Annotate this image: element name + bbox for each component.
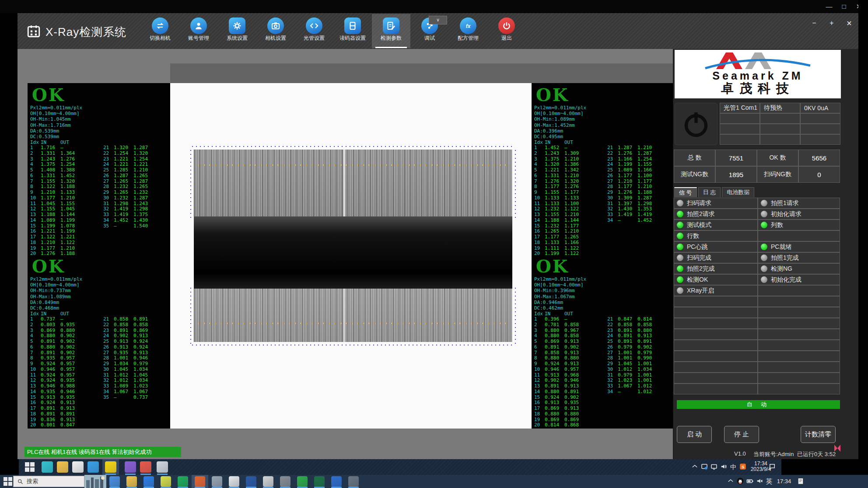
toolbar-item-camera[interactable]: 相机设置 (256, 14, 295, 48)
qq-music-icon[interactable] (161, 476, 171, 487)
tab-active-sidebar[interactable]: 信 号 (674, 187, 697, 197)
tray2-ime-indicator[interactable]: 英 (765, 477, 774, 486)
xray-image-canvas[interactable] (170, 83, 532, 429)
tab-sidebar[interactable]: 日 志 (698, 187, 721, 197)
signal-label: XRay开启 (687, 287, 714, 295)
tray1-action-center-icon[interactable] (768, 463, 777, 471)
edge-browser-icon[interactable] (42, 461, 53, 473)
xray-app-window: X-Ray检测系统 切换相机账号管理系统设置相机设置光管设置读码器设置检测参数调… (18, 13, 858, 459)
uptime-text: 已运行0天 3:52 (797, 450, 836, 458)
signal-item: 拍照2完成 (674, 263, 758, 274)
search-placeholder: 搜索 (27, 478, 38, 485)
mail-icon[interactable] (88, 461, 99, 473)
signal-label: 检测OK (687, 276, 708, 284)
photos-app-icon[interactable] (157, 461, 168, 473)
measurement-info-line: Pxl2mm=0.011mm/plx (30, 105, 167, 111)
tray2-volume-muted-icon[interactable] (755, 477, 764, 486)
measurement-row: 181.1331.166 (534, 240, 584, 246)
signal-empty-cell (674, 373, 758, 383)
excel-icon[interactable] (314, 476, 325, 487)
file-explorer-icon[interactable] (57, 461, 68, 473)
toolbar-item-label: 光管设置 (295, 35, 333, 41)
toolbar-item-fx[interactable]: fx配方管理 (449, 14, 487, 48)
weather-widget[interactable] (84, 475, 106, 488)
notepad-icon[interactable] (229, 476, 239, 487)
start-button[interactable] (24, 461, 35, 473)
blue-doc-icon[interactable] (331, 476, 342, 487)
xftp-icon[interactable] (109, 476, 120, 487)
measurement-block: OKPxl2mm=0.011mm/plxOH[0.10mm~4.00mm]OH-… (534, 256, 671, 426)
measure-guide-top (192, 146, 514, 147)
start-button[interactable]: 启 动 (677, 426, 712, 443)
remote-minimize-button[interactable]: — (822, 0, 836, 13)
signal-item: 检测OK (674, 274, 758, 285)
ms-store-icon[interactable] (72, 461, 84, 473)
seamark-app-icon[interactable] (195, 476, 205, 487)
wechat-dev-icon[interactable] (280, 476, 290, 487)
tube-status-empty-cell (800, 124, 840, 134)
tray2-chevron-up-icon[interactable] (726, 477, 735, 486)
stop-button[interactable]: 停 止 (724, 426, 759, 443)
measurement-row: 21.3311.364 (30, 151, 80, 157)
search-tool-icon[interactable] (263, 476, 273, 487)
toolbar-item-reader[interactable]: 读码器设置 (333, 14, 372, 48)
remote-maximize-button[interactable]: □ (836, 0, 851, 13)
signal-item: PC心跳 (674, 241, 758, 252)
qc-tool-icon[interactable] (178, 476, 188, 487)
toolbar-item-swap-camera[interactable]: 切换相机 (141, 14, 179, 48)
browser-icon[interactable] (144, 476, 154, 487)
tray2-clock[interactable]: 17:34 (774, 478, 794, 485)
led-off-icon (761, 200, 767, 206)
toolbar-item-power[interactable]: 退出 (487, 14, 526, 48)
brand-name-en: Seamark ZM (675, 70, 841, 81)
toolbar-item-code[interactable]: 光管设置 (295, 14, 333, 48)
tray2-qq-icon[interactable] (736, 477, 745, 486)
inspection-result: OK (32, 85, 167, 105)
measurement-row: 220.8580.858 (607, 322, 657, 328)
xray-power-button[interactable] (675, 103, 718, 145)
tray1-network-icon[interactable] (710, 463, 718, 471)
system-monitor-icon[interactable] (212, 476, 222, 487)
app-minimize-button[interactable]: − (808, 19, 820, 28)
measurement-info-line: Pxl2mm=0.011mm/plx (534, 105, 671, 111)
version-text: V1.0 (734, 450, 746, 457)
tray2-notes-icon[interactable] (796, 477, 805, 486)
signal-label: PC心跳 (687, 243, 707, 251)
measurement-row: 301.3091.287 (607, 195, 657, 201)
green-tool-icon[interactable] (297, 476, 308, 487)
tray2-battery-icon[interactable] (746, 477, 754, 486)
wps-office-icon[interactable] (140, 461, 151, 473)
toolbar-item-gear[interactable]: 系统设置 (218, 14, 256, 48)
tab-sidebar[interactable]: 电池数据 (722, 187, 754, 197)
app-maximize-button[interactable]: + (826, 19, 837, 28)
toolbar-item-user[interactable]: 账号管理 (179, 14, 218, 48)
tray1-chevron-up-icon[interactable] (690, 463, 699, 471)
toolbar-item-params[interactable]: 检测参数 (372, 14, 410, 48)
signal-empty-cell (674, 296, 758, 307)
start-button-local[interactable] (3, 476, 13, 487)
measurement-info-line: OH-Max:1.067mm (534, 294, 671, 300)
folder-icon[interactable] (126, 476, 137, 487)
tray1-sogou-icon[interactable]: S (738, 463, 747, 471)
signal-item: 扫码请求 (674, 198, 758, 209)
reset-count-button[interactable]: 计数清零 (801, 426, 836, 443)
search-input[interactable]: 搜索 (13, 476, 84, 487)
toolbar-chevron-down-icon[interactable]: ∨ (429, 16, 447, 24)
measurement-row: 101.1331.133 (534, 195, 584, 201)
measurement-block: OKPxl2mm=0.011mm/plxOH[0.10mm~4.00mm]OH-… (30, 85, 167, 254)
kingsoft-app-icon[interactable] (125, 461, 136, 473)
app-close-button[interactable]: ✕ (844, 19, 855, 28)
tray1-remote-session-icon[interactable] (700, 463, 709, 471)
sogou-input-icon[interactable] (105, 461, 116, 473)
tray1-volume-icon[interactable] (719, 463, 728, 471)
measurement-info-line: DA:0.849mm (30, 300, 167, 305)
word-doc-icon[interactable] (246, 476, 256, 487)
signal-empty-cell (758, 296, 840, 307)
power-icon (498, 17, 515, 34)
tray1-ime-indicator[interactable]: 中 (729, 463, 738, 471)
measurement-row: 20.8030.935 (30, 322, 80, 328)
main-toolbar: 切换相机账号管理系统设置相机设置光管设置读码器设置检测参数调试fx配方管理退出 (141, 14, 526, 48)
ide-icon[interactable] (348, 476, 359, 487)
led-on-icon (761, 222, 767, 228)
inspection-result: OK (536, 256, 671, 276)
